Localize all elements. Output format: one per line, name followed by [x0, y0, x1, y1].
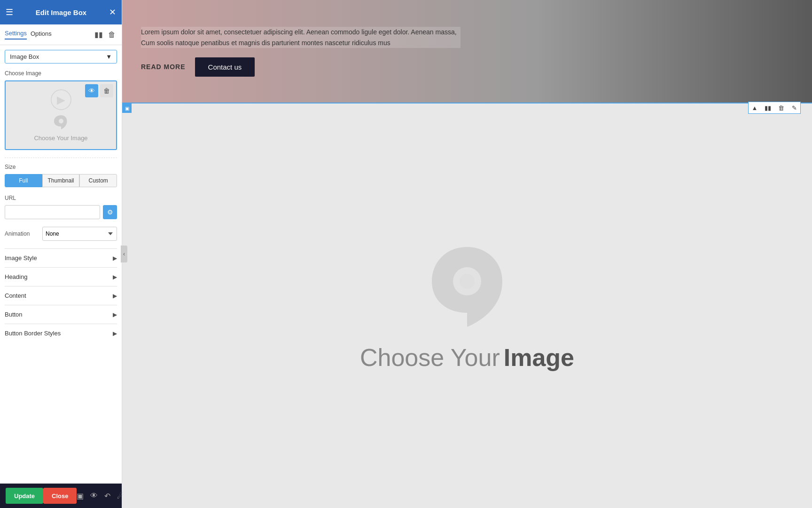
panel-title: Edit Image Box: [36, 8, 86, 16]
svg-point-2: [59, 119, 63, 123]
accordion-content-arrow: ▶: [113, 293, 117, 299]
preview-eye-button[interactable]: 👁: [85, 84, 98, 97]
chevron-down-icon: ▼: [106, 53, 112, 60]
image-action-btns: 👁 🗑: [85, 84, 113, 97]
accordion-image-style-label: Image Style: [5, 254, 37, 262]
canvas-placeholder-text-2: Image: [504, 343, 574, 372]
accordion-button-border[interactable]: Button Border Styles ▶: [5, 324, 117, 342]
accordion-button-border-header: Button Border Styles ▶: [5, 324, 117, 342]
choose-image-label: Choose Image: [5, 70, 117, 77]
preview-logo-icon: ▶: [51, 89, 71, 110]
animation-row: Animation None Fade Slide: [5, 227, 117, 241]
size-thumbnail-button[interactable]: Thumbnail: [42, 174, 80, 187]
size-full-button[interactable]: Full: [5, 174, 42, 187]
accordion-heading-label: Heading: [5, 273, 27, 280]
size-label: Size: [5, 164, 117, 170]
canvas-edit-button[interactable]: ✎: [788, 102, 800, 113]
preview-text: Choose Your Image: [34, 135, 87, 142]
close-icon[interactable]: ✕: [109, 7, 116, 17]
grid-icon[interactable]: ☄: [117, 492, 124, 500]
url-input[interactable]: [5, 205, 100, 219]
accordion-image-style[interactable]: Image Style ▶: [5, 248, 117, 267]
canvas-top-buttons: READ MORE Contact us: [141, 57, 793, 77]
accordion-heading-arrow: ▶: [113, 274, 117, 280]
blue-corner-marker: ▣: [122, 103, 132, 113]
undo-icon[interactable]: ↶: [104, 492, 110, 500]
tab-icons: ▮▮ 🗑: [94, 30, 117, 40]
update-button[interactable]: Update: [6, 488, 43, 504]
close-button[interactable]: Close: [43, 488, 77, 504]
accordion-button[interactable]: Button ▶: [5, 305, 117, 324]
canvas-placeholder-text: Choose Your Image: [360, 343, 574, 372]
hamburger-icon[interactable]: ☰: [6, 7, 13, 17]
left-panel: ☰ Edit Image Box ✕ Settings Options ▮▮ 🗑…: [0, 0, 122, 508]
copy-icon[interactable]: ▮▮: [94, 30, 104, 40]
delete-image-button[interactable]: 🗑: [100, 84, 113, 97]
accordion-button-arrow: ▶: [113, 311, 117, 318]
image-box-label: Image Box: [10, 53, 39, 60]
read-more-button[interactable]: READ MORE: [141, 63, 186, 71]
footer-icons: ▣ 👁 ↶ ☄: [77, 492, 124, 500]
accordion-button-border-label: Button Border Styles: [5, 330, 61, 337]
animation-select[interactable]: None Fade Slide: [42, 227, 117, 241]
accordion-content[interactable]: Content ▶: [5, 286, 117, 305]
panel-header: ☰ Edit Image Box ✕: [0, 0, 122, 24]
canvas-hero-section: Lorem ipsum dolor sit amet, consectetuer…: [122, 0, 812, 103]
canvas-copy-button[interactable]: ▮▮: [762, 102, 774, 113]
accordion-button-border-arrow: ▶: [113, 330, 117, 337]
size-custom-button[interactable]: Custom: [79, 174, 117, 187]
accordion-content-label: Content: [5, 292, 26, 299]
divider-1: [5, 158, 117, 158]
accordion-image-style-header: Image Style ▶: [5, 249, 117, 267]
canvas-hero-text: Lorem ipsum dolor sit amet, consectetuer…: [141, 27, 461, 48]
collapse-panel-arrow[interactable]: ‹: [121, 246, 127, 262]
canvas-delete-button[interactable]: 🗑: [775, 102, 787, 113]
panel-footer: Update Close ▣ 👁 ↶ ☄: [0, 484, 122, 508]
delete-icon[interactable]: 🗑: [107, 30, 117, 40]
main-canvas: Lorem ipsum dolor sit amet, consectetuer…: [122, 0, 812, 508]
size-buttons: Full Thumbnail Custom: [5, 174, 117, 187]
tab-options[interactable]: Options: [31, 30, 52, 39]
canvas-up-button[interactable]: ▲: [749, 102, 761, 113]
eye-preview-icon[interactable]: 👁: [90, 492, 98, 500]
accordion-button-header: Button ▶: [5, 305, 117, 324]
svg-text:▶: ▶: [57, 93, 65, 105]
accordion-content-header: Content ▶: [5, 286, 117, 305]
panel-content: Image Box ▼ Choose Image ▶ Choose Your I…: [0, 45, 122, 484]
canvas-placeholder-text-1: Choose Your: [360, 343, 500, 372]
url-row: ⚙: [5, 205, 117, 219]
animation-label: Animation: [5, 230, 38, 237]
svg-point-4: [460, 274, 475, 289]
url-label: URL: [5, 195, 117, 201]
accordion-heading-header: Heading ▶: [5, 268, 117, 286]
accordion-button-label: Button: [5, 311, 23, 318]
accordion-heading[interactable]: Heading ▶: [5, 267, 117, 286]
image-preview-wrapper[interactable]: ▶ Choose Your Image 👁 🗑: [5, 80, 117, 150]
canvas-image-placeholder: Choose Your Image: [360, 240, 574, 372]
monitor-icon[interactable]: ▣: [77, 492, 84, 500]
pixton-logo-icon: [52, 113, 70, 132]
canvas-image-box[interactable]: ▣ Choose Your Image: [122, 103, 812, 508]
canvas-toolbar: ▲ ▮▮ 🗑 ✎: [748, 102, 801, 114]
tabs-row: Settings Options ▮▮ 🗑: [0, 24, 122, 45]
image-box-dropdown[interactable]: Image Box ▼: [5, 50, 117, 64]
tab-settings[interactable]: Settings: [5, 30, 27, 40]
accordion-image-style-arrow: ▶: [113, 255, 117, 262]
contact-us-button[interactable]: Contact us: [195, 57, 255, 77]
canvas-logo-icon: [420, 240, 514, 334]
url-settings-button[interactable]: ⚙: [103, 205, 117, 219]
